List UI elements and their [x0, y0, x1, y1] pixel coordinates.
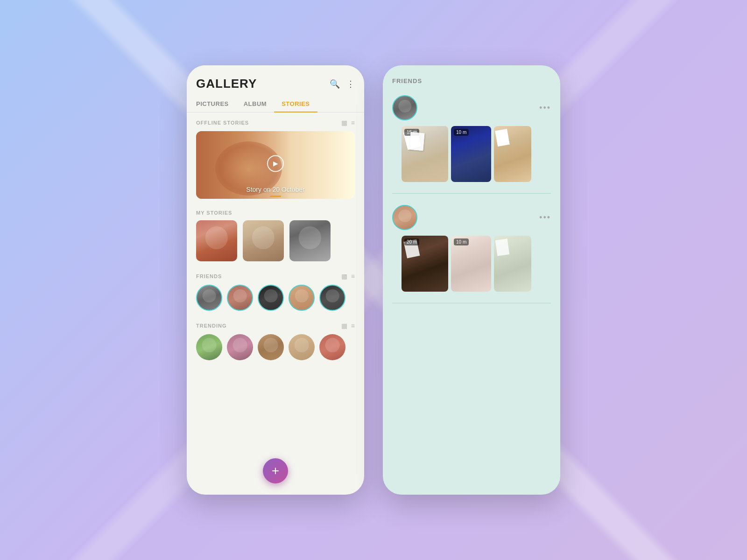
avatar-face-1	[196, 220, 237, 261]
tab-bar: PICTURES ALBUM STORIES	[187, 97, 364, 112]
right-header: FRIENDS	[383, 65, 560, 91]
my-story-1[interactable]	[196, 220, 237, 261]
my-story-3[interactable]	[289, 220, 331, 261]
trend-3[interactable]	[258, 334, 284, 360]
friend-2-photo-grid: 20 m 10 m	[392, 236, 551, 292]
offline-stories-section: OFFLINE STORIES ▦ ≡ ▶ Story on 20 Octobe…	[187, 112, 364, 199]
friends-section: FRIENDS ▦ ≡	[187, 266, 364, 311]
grid-icon-trending[interactable]: ▦	[341, 322, 347, 329]
trend-5[interactable]	[319, 334, 345, 360]
friend-3[interactable]	[258, 285, 284, 311]
friends-view-toggle[interactable]: ▦ ≡	[341, 273, 355, 280]
friend-avatar-1[interactable]	[392, 95, 417, 120]
fab-icon: +	[272, 463, 279, 478]
trending-header: TRENDING ▦ ≡	[196, 322, 355, 329]
friend-1-more-btn[interactable]: •••	[539, 103, 551, 113]
right-phone: FRIENDS ••• 15 m 10 m •••	[383, 65, 560, 495]
friend-5[interactable]	[319, 285, 345, 311]
friend-2-more-btn[interactable]: •••	[539, 213, 551, 223]
avatar-face-3	[289, 220, 331, 261]
friend-1-photo-2[interactable]: 10 m	[451, 126, 491, 182]
divider-2	[392, 303, 551, 303]
friend-avatar-2[interactable]	[392, 205, 417, 230]
friend-1-photo-grid: 15 m 10 m	[392, 126, 551, 182]
story-banner[interactable]: ▶ Story on 20 October	[196, 131, 355, 199]
divider-1	[392, 193, 551, 194]
header-actions: 🔍 ⋮	[330, 79, 355, 89]
friend-2-photo-2[interactable]: 10 m	[451, 236, 491, 292]
trending-row	[196, 334, 355, 360]
friends-title: FRIENDS	[196, 273, 222, 279]
my-stories-section: MY STORIES	[187, 203, 364, 261]
friend-card-1-header: •••	[392, 95, 551, 120]
friend-2-photo-2-label: 10 m	[454, 238, 469, 245]
friend-card-1: ••• 15 m 10 m	[383, 91, 560, 187]
friend-1[interactable]	[196, 285, 222, 311]
my-stories-header: MY STORIES	[196, 210, 355, 216]
my-story-2[interactable]	[243, 220, 284, 261]
friend-4[interactable]	[289, 285, 315, 311]
right-title: FRIENDS	[392, 77, 422, 84]
friends-header: FRIENDS ▦ ≡	[196, 273, 355, 280]
story-label: Story on 20 October	[246, 186, 304, 193]
friend-2-photo-1-label: 20 m	[404, 238, 419, 245]
fab-button[interactable]: +	[263, 458, 288, 483]
friend-1-photo-2-label: 10 m	[454, 129, 469, 136]
friend-2-photo-1[interactable]: 20 m	[402, 236, 448, 292]
left-phone: GALLERY 🔍 ⋮ PICTURES ALBUM STORIES OFFLI…	[187, 65, 364, 495]
tab-pictures[interactable]: PICTURES	[196, 97, 236, 112]
friend-face-1	[393, 96, 416, 119]
offline-stories-header: OFFLINE STORIES ▦ ≡	[196, 119, 355, 126]
trend-1[interactable]	[196, 334, 222, 360]
trending-title: TRENDING	[196, 323, 226, 329]
tab-stories[interactable]: STORIES	[274, 97, 317, 112]
friend-2-photo-3[interactable]	[494, 236, 531, 292]
trending-view-toggle[interactable]: ▦ ≡	[341, 322, 355, 329]
avatar-face-2	[243, 220, 284, 261]
my-stories-title: MY STORIES	[196, 210, 232, 216]
friend-card-2: ••• 20 m 10 m	[383, 200, 560, 296]
friend-1-photo-1-label: 15 m	[404, 129, 419, 136]
friend-2[interactable]	[227, 285, 253, 311]
friend-1-photo-3[interactable]	[494, 126, 531, 182]
play-icon: ▶	[273, 160, 278, 167]
app-title: GALLERY	[196, 77, 257, 91]
grid-icon[interactable]: ▦	[341, 119, 347, 126]
search-icon[interactable]: 🔍	[330, 79, 340, 89]
offline-stories-title: OFFLINE STORIES	[196, 120, 249, 126]
story-banner-bg: ▶ Story on 20 October	[196, 131, 355, 199]
more-vert-icon[interactable]: ⋮	[346, 79, 355, 89]
trend-2[interactable]	[227, 334, 253, 360]
grid-icon-friends[interactable]: ▦	[341, 273, 347, 280]
friend-1-photo-1[interactable]: 15 m	[402, 126, 448, 182]
tab-album[interactable]: ALBUM	[236, 97, 274, 112]
friends-row	[196, 285, 355, 311]
app-header: GALLERY 🔍 ⋮	[187, 65, 364, 91]
list-icon-friends[interactable]: ≡	[351, 273, 355, 280]
list-icon[interactable]: ≡	[351, 119, 355, 126]
friend-face-2	[393, 206, 416, 229]
play-button[interactable]: ▶	[267, 155, 284, 172]
friend-card-2-header: •••	[392, 205, 551, 230]
banner-dot-indicator	[270, 196, 281, 197]
offline-stories-view-toggle[interactable]: ▦ ≡	[341, 119, 355, 126]
trending-section: TRENDING ▦ ≡	[187, 315, 364, 360]
trend-4[interactable]	[289, 334, 315, 360]
list-icon-trending[interactable]: ≡	[351, 322, 355, 329]
my-stories-avatars	[196, 220, 355, 261]
